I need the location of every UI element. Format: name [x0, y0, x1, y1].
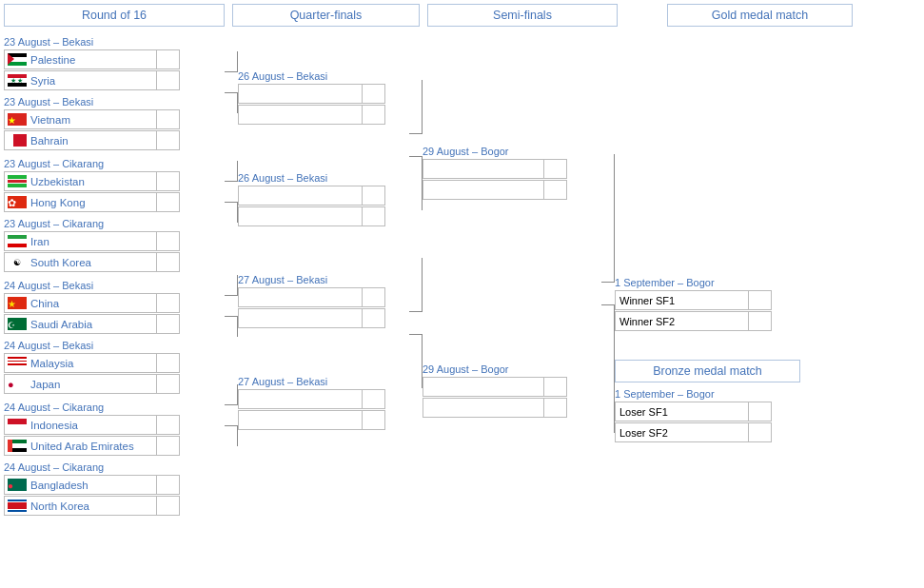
bronze-header: Bronze medal match: [615, 360, 800, 382]
team-name-japan[interactable]: Japan: [29, 379, 156, 390]
venue-g3m1-link[interactable]: Bekasi: [62, 280, 93, 291]
team-name-bahrain[interactable]: Bahrain: [29, 135, 156, 147]
team-name-southkorea[interactable]: South Korea: [29, 257, 156, 268]
date-g1m1: 23 August – Bekasi: [4, 36, 225, 48]
conn-sf-final-t: [601, 154, 615, 283]
venue-g3m2-link[interactable]: Bekasi: [62, 340, 93, 351]
score-northkorea: [156, 496, 179, 516]
conn-qf-sf-2b: [409, 334, 423, 388]
flag-cell-bahrain: [5, 130, 29, 150]
qf2-team2-score: [362, 206, 384, 226]
venue-g1m1-link[interactable]: Bekasi: [62, 36, 93, 48]
team-name-hongkong[interactable]: Hong Kong: [29, 197, 156, 208]
conn-line-2t: [225, 161, 238, 182]
venue-g4m2-link[interactable]: Cikarang: [62, 461, 104, 473]
team-name-northkorea[interactable]: North Korea: [29, 500, 156, 512]
sf2-venue-link[interactable]: Bogor: [481, 363, 508, 375]
qf3-date: 27 August – Bekasi: [238, 274, 409, 285]
flag-cell-syria: ★★: [5, 70, 29, 90]
bronze-venue-link[interactable]: Bogor: [686, 388, 714, 400]
flag-china: [8, 297, 27, 309]
bronze-team2-name: Loser SF2: [616, 427, 748, 439]
conn-line-4b: [225, 425, 238, 446]
date-g3m2: 24 August – Bekasi: [4, 340, 225, 351]
connector-qf-sf: [409, 32, 423, 388]
team-name-uae[interactable]: United Arab Emirates: [29, 441, 156, 452]
gold-venue-link[interactable]: Bogor: [686, 277, 714, 288]
conn-qf-sf-1t: [409, 80, 423, 134]
sf1-team2-score: [543, 180, 566, 200]
gold-team2-row: Winner SF2: [615, 311, 772, 331]
conn-line-2b: [225, 202, 238, 223]
conn-sf-final-b: [601, 304, 615, 433]
sf1-date: 29 August – Bogor: [423, 146, 601, 157]
sf-column: 29 August – Bogor 29 August – Bogor: [423, 32, 601, 418]
team-name-saudi[interactable]: Saudi Arabia: [29, 319, 156, 330]
team-row-syria: ★★ Syria: [4, 70, 180, 90]
finals-column: 1 September – Bogor Winner SF1 Winner SF…: [615, 32, 815, 442]
qf2-team2-row: [238, 206, 385, 226]
qf4-date: 27 August – Bekasi: [238, 376, 409, 387]
date-g3m1: 24 August – Bekasi: [4, 280, 225, 291]
sf1-venue-link[interactable]: Bogor: [481, 146, 508, 157]
qf-match-3: 27 August – Bekasi: [238, 270, 409, 328]
venue-g2m2-link[interactable]: Cikarang: [62, 218, 104, 229]
flag-cell-vietnam: [5, 109, 29, 129]
bronze-medal-section: Bronze medal match 1 September – Bogor L…: [615, 360, 815, 442]
conn-qf-sf-gap: [409, 210, 423, 258]
flag-cell-saudi: [5, 314, 29, 334]
flag-bangladesh: [8, 479, 27, 491]
gold-team1-score: [748, 290, 771, 310]
flag-indonesia: [8, 419, 27, 431]
flag-saudi: [8, 318, 27, 330]
team-row-indonesia: Indonesia: [4, 415, 180, 435]
qf4-team1-row: [238, 389, 385, 409]
team-name-uzbekistan[interactable]: Uzbekistan: [29, 176, 156, 187]
qf3-venue-link[interactable]: Bekasi: [296, 274, 327, 285]
qf2-venue-link[interactable]: Bekasi: [296, 172, 327, 184]
team-name-palestine[interactable]: Palestine: [29, 54, 156, 66]
bronze-team1-name: Loser SF1: [616, 406, 748, 418]
r16-column: 23 August – Bekasi Palestine ★★: [4, 32, 225, 516]
team-name-malaysia[interactable]: Malaysia: [29, 358, 156, 369]
flag-uzbekistan: [8, 175, 27, 187]
score-saudi: [156, 314, 179, 334]
team-row-hongkong: Hong Kong: [4, 192, 180, 212]
team-name-iran[interactable]: Iran: [29, 236, 156, 247]
conn-line-3t: [225, 275, 238, 296]
team-name-bangladesh[interactable]: Bangladesh: [29, 480, 156, 491]
conn-spacer-2: [225, 182, 238, 202]
flag-palestine: [8, 53, 27, 66]
team-name-indonesia[interactable]: Indonesia: [29, 420, 156, 431]
team-row-uae: United Arab Emirates: [4, 436, 180, 456]
date-g4m2: 24 August – Cikarang: [4, 461, 225, 473]
conn-spacer-3: [225, 296, 238, 316]
venue-g1m2-link[interactable]: Bekasi: [62, 96, 93, 108]
flag-vietnam: [8, 113, 27, 126]
team-name-syria[interactable]: Syria: [29, 75, 156, 87]
team-row-malaysia: Malaysia: [4, 353, 180, 373]
team-row-northkorea: North Korea: [4, 496, 180, 516]
r16-group-4: 24 August – Cikarang Indonesia United Ar…: [4, 398, 225, 516]
sf1-team2-row: [423, 180, 567, 200]
qf1-team1-score: [362, 84, 384, 104]
score-japan: [156, 374, 179, 394]
venue-g4m1-link[interactable]: Cikarang: [62, 402, 104, 413]
flag-bahrain: [8, 134, 27, 147]
score-bangladesh: [156, 475, 179, 495]
score-iran: [156, 231, 179, 251]
bracket-main: 23 August – Bekasi Palestine ★★: [4, 32, 920, 516]
conn-spacer-4: [225, 405, 238, 425]
sf2-date: 29 August – Bogor: [423, 363, 601, 375]
header-qf: Quarter-finals: [232, 4, 420, 27]
qf4-venue-link[interactable]: Bekasi: [296, 376, 327, 387]
gold-team1-row: Winner SF1: [615, 290, 772, 310]
flag-hongkong: [8, 196, 27, 208]
qf1-venue-link[interactable]: Bekasi: [296, 70, 327, 82]
venue-g2m1-link[interactable]: Cikarang: [62, 158, 104, 169]
flag-uae: [8, 440, 27, 452]
flag-cell-hongkong: [5, 192, 29, 212]
flag-cell-uae: [5, 436, 29, 456]
team-name-china[interactable]: China: [29, 298, 156, 309]
team-name-vietnam[interactable]: Vietnam: [29, 114, 156, 126]
